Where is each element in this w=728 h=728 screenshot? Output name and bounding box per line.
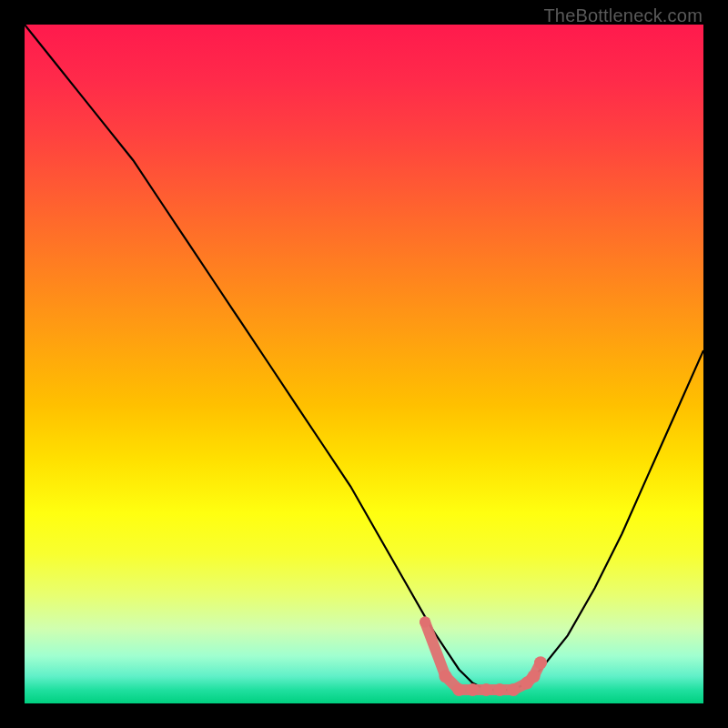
bottleneck-curve <box>25 25 703 690</box>
plot-area <box>25 25 703 703</box>
marker-dot <box>493 683 506 696</box>
chart-frame: TheBottleneck.com <box>0 0 728 728</box>
marker-dot <box>480 683 492 696</box>
marker-dot <box>534 656 547 669</box>
watermark-text: TheBottleneck.com <box>543 5 703 26</box>
marker-dot <box>507 683 520 696</box>
marker-dot <box>420 617 430 628</box>
highlight-markers <box>420 617 547 697</box>
marker-dot <box>528 670 541 682</box>
chart-svg <box>25 25 703 703</box>
marker-dot <box>440 670 452 682</box>
marker-dot <box>452 683 465 696</box>
marker-dot <box>466 683 479 696</box>
